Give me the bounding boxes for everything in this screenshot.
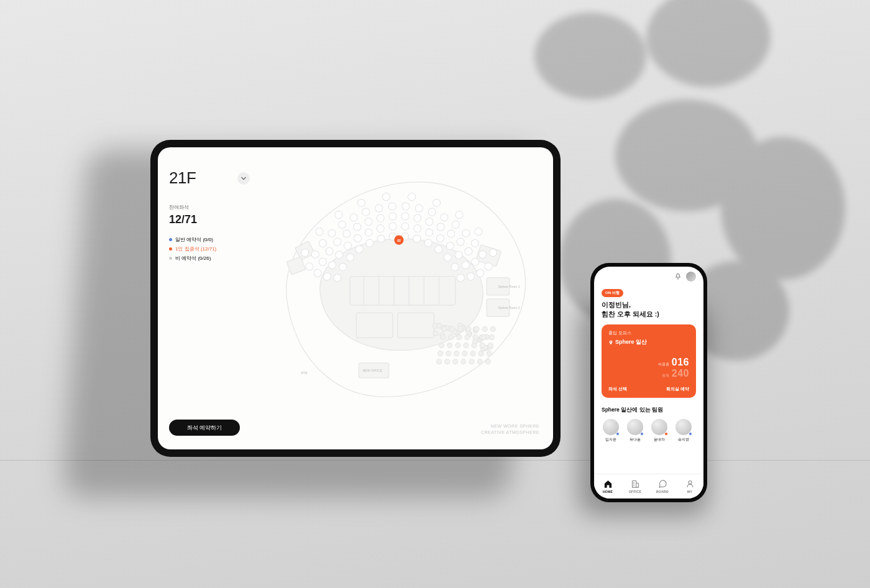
seat[interactable] [433, 199, 440, 206]
seat[interactable] [355, 246, 363, 253]
seat[interactable] [336, 251, 343, 259]
seat[interactable] [323, 273, 331, 280]
seat[interactable] [389, 223, 396, 230]
seat[interactable] [471, 239, 478, 247]
svg-point-64 [446, 351, 451, 356]
board-icon [658, 479, 667, 489]
seat[interactable] [457, 274, 464, 282]
nav-home[interactable]: HOME [594, 474, 621, 498]
seat[interactable] [334, 238, 341, 246]
seat[interactable] [424, 239, 432, 247]
seat[interactable] [311, 250, 319, 258]
seat[interactable] [452, 221, 459, 228]
card-action-seat[interactable]: 좌석 선택 [608, 386, 627, 392]
nav-board[interactable]: BOARD [649, 474, 676, 498]
seat[interactable] [426, 229, 433, 236]
seat[interactable] [389, 213, 396, 220]
room-label: NEW OFFICE [362, 369, 382, 372]
seat[interactable] [319, 258, 326, 265]
seat[interactable] [328, 229, 336, 237]
seat[interactable] [316, 228, 323, 236]
seat[interactable] [334, 274, 341, 282]
teammate-avatar [675, 419, 692, 435]
seat[interactable] [475, 228, 482, 236]
office-card[interactable]: 출입 오피스 Sphere 일산 이용중016 전체240 좌석 선택 회의실 … [602, 324, 696, 398]
seat[interactable] [306, 263, 313, 270]
seat[interactable] [343, 230, 350, 237]
reserve-seat-button[interactable]: 좌석 예약하기 [169, 420, 240, 436]
seat[interactable] [462, 229, 470, 237]
seat[interactable] [377, 224, 384, 232]
seat[interactable] [362, 208, 370, 216]
seat[interactable] [456, 211, 463, 218]
teammate[interactable]: 송지영 [674, 419, 693, 443]
seat[interactable] [329, 262, 336, 269]
seat[interactable] [447, 230, 455, 237]
seat[interactable] [382, 193, 390, 201]
seat[interactable] [444, 254, 451, 261]
seat[interactable] [455, 251, 462, 259]
nav-my[interactable]: MY [676, 474, 703, 498]
seat[interactable] [339, 221, 346, 228]
seat[interactable] [446, 242, 454, 249]
seat[interactable] [375, 204, 383, 212]
seat[interactable] [414, 224, 421, 232]
seat[interactable] [314, 269, 321, 277]
seat[interactable] [335, 211, 342, 218]
seat[interactable] [365, 229, 372, 236]
seat[interactable] [401, 223, 409, 230]
seat[interactable] [426, 218, 433, 226]
seat[interactable] [413, 235, 421, 242]
team-row[interactable]: 임지은유다윤윤대하송지영김단하 [602, 419, 696, 443]
nav-office[interactable]: OFFICE [621, 474, 649, 498]
legend-label: 일반 예약석 (0/0) [175, 235, 213, 244]
seat[interactable] [350, 214, 357, 221]
seat[interactable] [437, 223, 444, 231]
seat[interactable] [428, 208, 436, 216]
seat[interactable] [354, 223, 361, 231]
seat[interactable] [436, 234, 444, 242]
floor-map[interactable]: Sphere Room 1 Sphere Room 2 NEW OFFICE R… [263, 165, 539, 416]
seat[interactable] [319, 239, 326, 247]
avatar[interactable] [686, 272, 696, 282]
seat[interactable] [326, 247, 333, 255]
seat[interactable] [465, 247, 472, 255]
seat[interactable] [402, 203, 410, 210]
seat[interactable] [357, 199, 365, 206]
seat[interactable] [354, 234, 362, 242]
seat[interactable] [435, 246, 442, 253]
seat[interactable] [467, 273, 475, 280]
seat[interactable] [408, 193, 415, 201]
seat[interactable] [388, 203, 396, 210]
teammate[interactable]: 윤대하 [650, 419, 669, 443]
teammate[interactable]: 유다윤 [626, 419, 644, 443]
seat[interactable] [477, 269, 484, 277]
seat[interactable] [415, 204, 423, 212]
seat[interactable] [377, 235, 385, 242]
seat[interactable] [472, 258, 479, 265]
seat[interactable] [365, 218, 372, 226]
greeting: 이정빈님, 힘찬 오후 되세요 :) [602, 300, 696, 318]
seat[interactable] [462, 262, 469, 269]
seat[interactable] [485, 263, 492, 270]
seat[interactable] [377, 214, 384, 222]
notifications-button[interactable] [674, 272, 682, 281]
seat[interactable] [401, 213, 409, 220]
seat[interactable] [414, 214, 421, 222]
seat[interactable] [344, 242, 352, 249]
selected-seat[interactable]: 02 [394, 236, 403, 245]
card-action-room[interactable]: 회의실 예약 [666, 386, 689, 392]
seat[interactable] [489, 249, 497, 256]
seat[interactable] [479, 250, 487, 258]
seat[interactable] [451, 264, 459, 271]
seat[interactable] [366, 239, 373, 247]
seat[interactable] [301, 249, 308, 256]
status-dot [664, 432, 668, 436]
seat[interactable] [457, 238, 464, 246]
floor-dropdown[interactable] [237, 172, 250, 185]
teammate[interactable]: 임지은 [602, 419, 620, 443]
seat[interactable] [441, 214, 448, 221]
seat[interactable] [339, 264, 347, 271]
teammate-name: 임지은 [602, 437, 620, 443]
seat[interactable] [347, 254, 354, 261]
